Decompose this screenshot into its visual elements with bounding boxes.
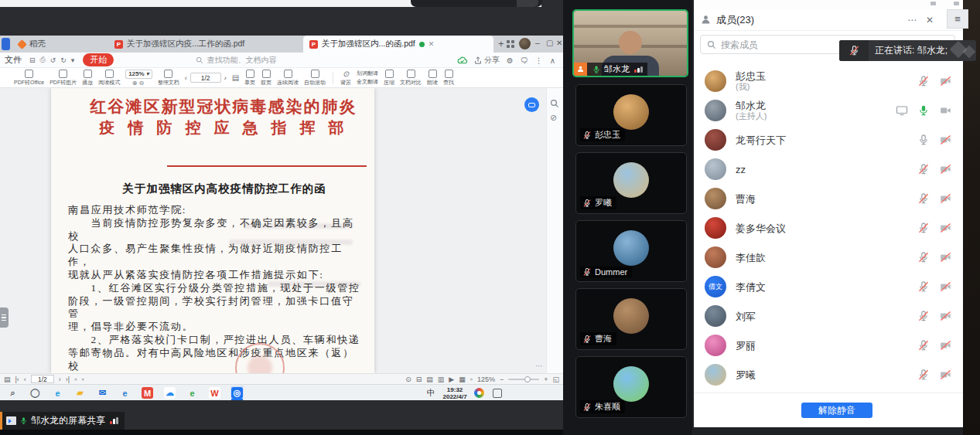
mic-open-icon[interactable] (917, 134, 930, 146)
print-icon[interactable]: ⎙ (40, 56, 46, 64)
taskbar-app-icon[interactable]: e (186, 386, 199, 400)
camera-off-icon[interactable] (939, 163, 952, 175)
zoom-control[interactable]: 125%▾ ⊕⊖ (125, 70, 152, 87)
tab-pdf-2-active[interactable]: P 关于加强辖区内...的函.pdf ✕ (303, 36, 493, 53)
background-button[interactable]: ⊙ 背景 (340, 70, 351, 87)
zoom-out-icon[interactable]: − (500, 376, 504, 383)
member-row[interactable]: 李佳歆 (694, 243, 963, 272)
tab-docer[interactable]: 稻壳 (12, 36, 104, 53)
account-avatar[interactable] (519, 38, 531, 49)
wps-find-input[interactable]: 查找功能、文档内容 (196, 55, 276, 66)
autoplay-icon[interactable]: ▶ (449, 376, 454, 383)
zoom-slider-knob[interactable] (524, 376, 531, 382)
video-thumbnail[interactable]: 彭忠玉 (575, 84, 687, 146)
taskbar-app-icon[interactable]: e (118, 386, 131, 400)
clock[interactable]: 19:32 2022/4/7 (443, 386, 467, 400)
camera-off-icon[interactable] (939, 339, 952, 352)
member-row[interactable]: 姜多华会议 (694, 213, 963, 243)
save-icon[interactable]: ⊟ (29, 56, 36, 64)
mic-muted-icon[interactable] (917, 310, 930, 322)
mic-muted-icon[interactable] (917, 280, 930, 293)
page-thumb-icon[interactable]: ▫ (74, 376, 77, 383)
zoom-slider[interactable] (508, 379, 539, 380)
camera-off-icon[interactable] (939, 222, 952, 234)
camera-off-icon[interactable] (939, 251, 952, 263)
menu-start[interactable]: 开始 (83, 53, 114, 66)
member-row[interactable]: 邹水龙 (主持人) (694, 96, 963, 125)
close-icon[interactable]: ✕ (556, 39, 562, 47)
camera-off-icon[interactable] (939, 310, 952, 322)
zoom-in-icon[interactable]: + (544, 376, 548, 383)
taskbar-app-icon[interactable]: ◎ (230, 386, 244, 400)
taskbar-app-icon[interactable]: ☁ (163, 386, 176, 400)
apps-grid-icon[interactable] (507, 40, 514, 48)
ink-workspace-icon[interactable] (474, 388, 484, 398)
taskbar-app-icon[interactable]: ◯ (29, 386, 42, 400)
member-row[interactable]: 刘军 (694, 301, 963, 331)
ime-indicator[interactable]: 中 (427, 388, 435, 399)
single-page-icon[interactable]: ▤ (426, 376, 433, 383)
member-row[interactable]: 倩文 李倩文 (694, 272, 963, 301)
taskbar-app-icon[interactable]: W (208, 386, 221, 400)
camera-off-icon[interactable] (939, 75, 952, 87)
toolbar-button[interactable]: 播放 (82, 70, 93, 87)
word-translate-button[interactable]: 划词翻译 (357, 70, 378, 77)
double-page-icon[interactable]: ▥ (438, 376, 445, 383)
side-panel-handle[interactable] (0, 308, 9, 328)
comment-icon[interactable]: 🗨 (521, 56, 528, 65)
wps-home-tab[interactable] (2, 38, 10, 50)
toolbar-button[interactable]: 朗读 (427, 70, 438, 87)
wps-assistant-icon[interactable] (524, 97, 539, 112)
outline-panel-icon[interactable]: ▤ (232, 73, 239, 82)
camera-off-icon[interactable] (939, 369, 952, 381)
eye-protect-icon[interactable]: ⊙ (405, 376, 411, 383)
zoom-in-out-icons[interactable]: ⊕⊖ (132, 80, 145, 87)
taskbar-app-icon[interactable]: ⌕ (6, 386, 19, 400)
member-row[interactable]: zz (694, 155, 963, 184)
action-center-icon[interactable] (493, 389, 502, 398)
tab-pdf-1[interactable]: P 关于加强辖区内疫...工作的函.pdf (108, 36, 299, 53)
toolbar-button[interactable]: 双页 (261, 70, 271, 87)
toolbar-button[interactable]: 阅读模式 (98, 70, 120, 87)
toolbar-button[interactable]: 自动滚动 (304, 70, 326, 87)
close-tab-icon[interactable]: ✕ (429, 40, 435, 48)
fullscreen-icon[interactable]: ◱ (552, 376, 559, 383)
member-row[interactable]: 曹海 (694, 184, 963, 213)
active-speaker-tile[interactable]: 邹水龙 (572, 9, 688, 77)
restore-icon[interactable]: ▢ (546, 39, 553, 47)
toolbar-button[interactable]: 文档对比 (400, 70, 422, 87)
share-button[interactable]: 分享 (474, 55, 500, 66)
meeting-hover-toolbar-handle[interactable] (411, 0, 542, 7)
video-thumbnail[interactable]: 曹海 (575, 288, 687, 350)
page-navigator[interactable]: ‹ 1/2 › (185, 73, 227, 83)
last-page-icon[interactable]: ›| (66, 376, 70, 383)
annotation-icon[interactable]: ▤ (4, 376, 11, 383)
prev-page-icon[interactable]: ‹ (185, 74, 187, 82)
toolbar-button[interactable]: PDF转Office (14, 70, 44, 87)
accessibility-icon[interactable]: ⊘ (550, 113, 557, 123)
video-thumbnail[interactable]: 罗曦 (575, 152, 687, 214)
camera-off-icon[interactable] (939, 280, 952, 293)
camera-on-icon[interactable] (939, 104, 952, 117)
more-options-icon[interactable]: ⋯ (907, 15, 917, 25)
page-indicator[interactable]: 1/2 (31, 375, 54, 383)
translate-buttons[interactable]: 划词翻译 全文翻译 (357, 70, 378, 86)
page-thumb-icon[interactable]: ▫ (81, 376, 84, 383)
reader-mode-icon[interactable]: ⊟ (416, 376, 422, 383)
mic-on-icon[interactable] (917, 104, 930, 117)
member-row[interactable]: 龙哥行天下 (694, 125, 963, 155)
redo-icon[interactable]: ↻ (60, 56, 67, 64)
unmute-button[interactable]: 解除静音 (801, 403, 872, 418)
menu-file[interactable]: 文件 (5, 54, 22, 66)
new-tab-icon[interactable]: + (498, 38, 504, 49)
close-panel-icon[interactable]: ✕ (926, 15, 934, 25)
camera-off-icon[interactable] (939, 192, 952, 205)
organize-pages-button[interactable]: 整理文档 (158, 70, 179, 87)
fit-width-icon[interactable]: ▦ (459, 376, 466, 383)
member-row[interactable]: 罗曦 (694, 360, 963, 389)
panel-menu-icon[interactable]: ≡ (947, 9, 968, 29)
next-page-icon[interactable]: › (224, 74, 227, 82)
toolbar-button[interactable]: 压缩 (384, 70, 394, 87)
mic-muted-icon[interactable] (917, 251, 930, 263)
fit-page-icon[interactable]: ▫ (470, 376, 473, 383)
